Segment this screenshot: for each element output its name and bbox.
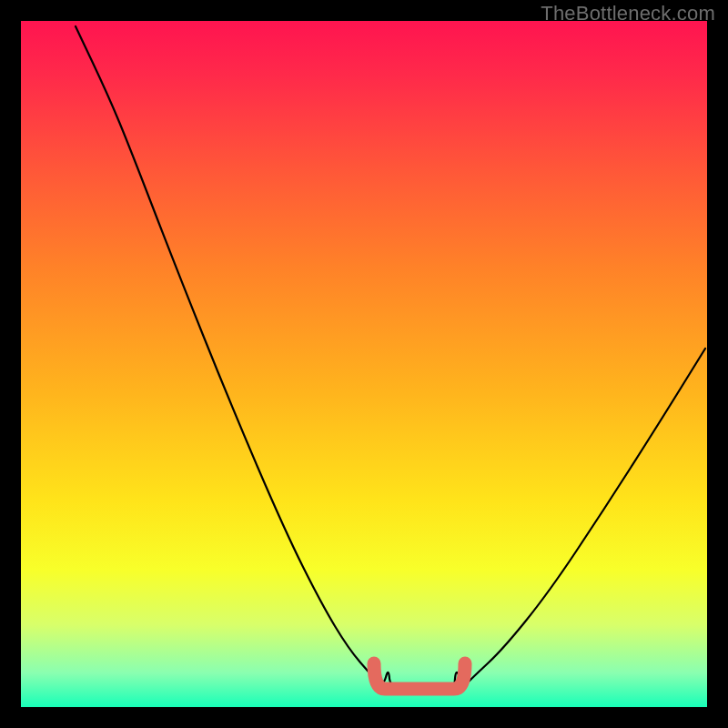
watermark-text: TheBottleneck.com xyxy=(541,2,715,25)
chart-area xyxy=(21,21,707,707)
plot-svg xyxy=(21,21,707,707)
bottleneck-curve xyxy=(76,26,705,691)
optimal-range-bracket xyxy=(374,663,465,689)
